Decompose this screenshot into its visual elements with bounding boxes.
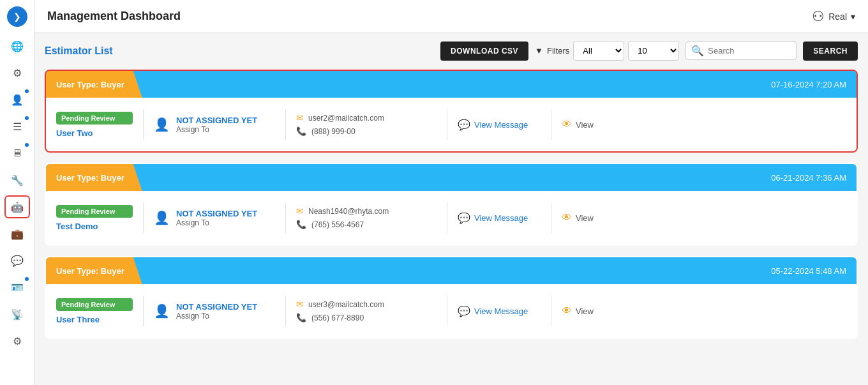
sidebar-item-list[interactable]: ☰ — [4, 115, 30, 138]
sidebar-item-globe[interactable]: 🌐 — [4, 34, 30, 57]
sidebar-item-settings2[interactable]: ⚙ — [4, 329, 30, 352]
divider — [285, 109, 286, 140]
chevron-down-icon: ▾ — [851, 11, 855, 22]
card-date: 05-22-2024 5:48 AM — [771, 266, 857, 276]
sidebar-toggle[interactable]: ❯ — [7, 6, 27, 27]
card-item: User Type: Buyer 07-16-2024 7:20 AM Pend… — [45, 70, 858, 153]
email-value: user3@mailcatch.com — [308, 300, 384, 309]
phone-value: (765) 556-4567 — [311, 220, 364, 229]
card-user-type: User Type: Buyer — [46, 71, 142, 98]
card-header: User Type: Buyer 07-16-2024 7:20 AM — [46, 71, 857, 98]
card-body: Pending Review User Two 👤 NOT ASSIGNED Y… — [46, 98, 857, 151]
user-name: User Two — [56, 128, 133, 138]
wrench-icon: 🔧 — [11, 174, 24, 186]
main-area: Management Dashboard ⚇ Real ▾ Estimator … — [34, 0, 868, 385]
phone-row: 📞 (556) 677-8890 — [296, 313, 437, 322]
not-assigned-label: NOT ASSIGNED YET — [176, 209, 257, 218]
card-item: User Type: Buyer 06-21-2024 7:36 AM Pend… — [45, 163, 858, 246]
arrow-right-icon: ❯ — [13, 11, 21, 22]
sidebar-item-wrench[interactable]: 🔧 — [4, 169, 30, 192]
contact-column: ✉ user2@mailcatch.com 📞 (888) 999-00 — [296, 113, 437, 136]
email-value: user2@mailcatch.com — [308, 114, 384, 123]
status-badge: Pending Review — [56, 298, 133, 311]
sidebar-item-briefcase[interactable]: 💼 — [4, 222, 30, 245]
sidebar-item-monitor[interactable]: 🖥 — [4, 142, 30, 165]
divider — [551, 202, 551, 233]
notification-dot — [25, 277, 29, 281]
not-assigned-label: NOT ASSIGNED YET — [176, 116, 257, 125]
divider — [447, 296, 447, 326]
card-user-type: User Type: Buyer — [46, 257, 142, 284]
email-icon: ✉ — [296, 113, 303, 123]
page-title: Management Dashboard — [47, 10, 181, 23]
list-title: Estimator List — [45, 45, 113, 57]
assign-to-link[interactable]: Assign To — [176, 312, 257, 321]
sidebar-item-card[interactable]: 🪪 — [4, 276, 30, 299]
search-input[interactable] — [708, 42, 791, 59]
wifi-icon: 📡 — [11, 308, 24, 321]
username: Real — [828, 11, 847, 22]
filter-section: ▼ Filters All 10 25 50 — [535, 41, 679, 61]
filter-select[interactable]: All — [573, 41, 624, 61]
divider — [551, 296, 551, 326]
status-badge: Pending Review — [56, 205, 133, 218]
email-value: Neash1940@rhyta.com — [308, 207, 389, 216]
chat-icon: 💬 — [11, 255, 24, 267]
divider — [143, 109, 144, 140]
toolbar: Estimator List DOWNLOAD CSV ▼ Filters Al… — [45, 41, 858, 61]
assign-to-link[interactable]: Assign To — [176, 218, 257, 227]
eye-icon: 👁 — [562, 119, 572, 130]
globe-icon: 🌐 — [11, 40, 24, 52]
sidebar-item-chat[interactable]: 💬 — [4, 249, 30, 272]
download-csv-button[interactable]: DOWNLOAD CSV — [440, 42, 528, 61]
phone-icon: 📞 — [296, 220, 306, 229]
view-button[interactable]: 👁 View — [562, 119, 594, 130]
email-icon: ✉ — [296, 299, 303, 309]
per-page-select[interactable]: 10 25 50 — [628, 41, 679, 61]
sidebar: ❯ 🌐 ⚙ 👤 ☰ 🖥 🔧 🤖 💼 💬 🪪 📡 ⚙ — [0, 0, 34, 385]
settings2-icon: ⚙ — [13, 335, 22, 347]
view-button[interactable]: 👁 View — [562, 212, 594, 223]
view-button[interactable]: 👁 View — [562, 305, 594, 317]
sidebar-item-wifi[interactable]: 📡 — [4, 303, 30, 326]
email-row: ✉ user3@mailcatch.com — [296, 299, 437, 309]
view-message-button[interactable]: 💬 View Message — [458, 119, 528, 131]
notification-dot — [25, 116, 29, 120]
view-message-label: View Message — [474, 120, 528, 130]
sidebar-item-person[interactable]: 👤 — [4, 88, 30, 111]
assign-to-link[interactable]: Assign To — [176, 125, 257, 134]
view-message-button[interactable]: 💬 View Message — [458, 212, 528, 224]
sidebar-item-robot[interactable]: 🤖 — [4, 195, 30, 218]
notification-dot — [25, 89, 29, 93]
view-label: View — [576, 213, 594, 223]
not-assigned-label: NOT ASSIGNED YET — [176, 302, 257, 312]
card-body: Pending Review Test Demo 👤 NOT ASSIGNED … — [46, 191, 857, 245]
user-name: Test Demo — [56, 222, 133, 231]
list-icon: ☰ — [13, 121, 22, 133]
user-menu[interactable]: ⚇ Real ▾ — [812, 8, 855, 25]
action-column: 💬 View Message — [458, 305, 541, 317]
filter-icon: ▼ — [535, 46, 543, 56]
badge-column: Pending Review User Two — [56, 112, 133, 138]
card-user-type: User Type: Buyer — [46, 164, 142, 191]
content-area: Estimator List DOWNLOAD CSV ▼ Filters Al… — [34, 33, 868, 385]
phone-row: 📞 (888) 999-00 — [296, 126, 437, 136]
view-column: 👁 View — [562, 119, 613, 130]
search-icon: 🔍 — [691, 45, 704, 57]
contact-column: ✉ Neash1940@rhyta.com 📞 (765) 556-4567 — [296, 206, 437, 229]
sidebar-item-gear[interactable]: ⚙ — [4, 61, 30, 84]
card-body: Pending Review User Three 👤 NOT ASSIGNED… — [46, 284, 857, 338]
card-item: User Type: Buyer 05-22-2024 5:48 AM Pend… — [45, 256, 858, 339]
card-date: 06-21-2024 7:36 AM — [771, 173, 857, 183]
divider — [143, 202, 144, 233]
message-icon: 💬 — [458, 119, 470, 131]
badge-column: Pending Review Test Demo — [56, 205, 133, 231]
gear-icon: ⚙ — [13, 67, 22, 79]
person-icon: 👤 — [11, 94, 24, 106]
status-badge: Pending Review — [56, 112, 133, 125]
view-message-label: View Message — [474, 306, 528, 316]
view-label: View — [576, 120, 594, 130]
search-button[interactable]: SEARCH — [803, 42, 858, 61]
divider — [447, 109, 447, 140]
view-message-button[interactable]: 💬 View Message — [458, 305, 528, 317]
